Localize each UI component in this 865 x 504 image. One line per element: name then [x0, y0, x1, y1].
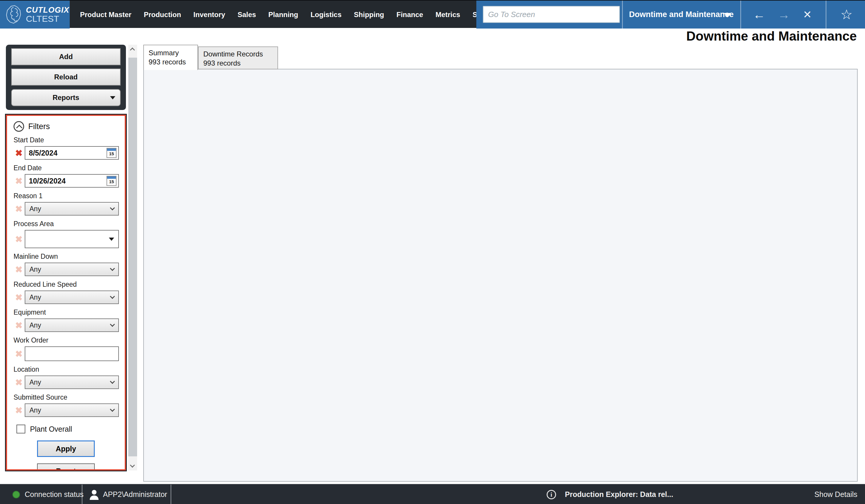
nav-item-inventory[interactable]: Inventory	[187, 11, 231, 19]
chevron-down-icon	[109, 238, 114, 241]
selected-value: Any	[30, 205, 41, 213]
nav-item-logistics[interactable]: Logistics	[304, 11, 347, 19]
clear-start-date-icon[interactable]: ✖	[13, 148, 25, 158]
nav-item-finance[interactable]: Finance	[390, 11, 429, 19]
chevron-down-icon	[110, 407, 115, 412]
filter-label-process-area: Process Area	[13, 220, 119, 228]
chevron-down-icon[interactable]	[724, 13, 731, 17]
top-navigation-bar: CUTLOGIX CLTEST Product MasterProduction…	[0, 0, 865, 28]
selected-value: Any	[30, 293, 41, 301]
nav-item-metrics[interactable]: Metrics	[429, 11, 466, 19]
sidebar-actions-panel: Add Reload Reports	[6, 45, 126, 110]
reduced-line-speed-select[interactable]: Any	[25, 291, 119, 304]
reset-button[interactable]: Reset	[37, 464, 95, 470]
filter-label-mainline-down: Mainline Down	[13, 253, 119, 260]
chevron-down-icon	[110, 294, 115, 299]
current-user[interactable]: APP2\Administrator	[103, 484, 167, 504]
brand-name: CUTLOGIX	[26, 6, 69, 14]
filter-label-reduced-line-speed: Reduced Line Speed	[13, 281, 119, 289]
back-button[interactable]: ←	[750, 1, 769, 28]
chevron-down-icon	[110, 266, 115, 271]
statusbar-divider	[171, 484, 171, 504]
clear-reason-1-icon[interactable]: ✖	[13, 204, 25, 214]
connection-status-label: Connection status	[25, 484, 83, 504]
equipment-select[interactable]: Any	[25, 318, 119, 332]
tab-records: 993 records	[149, 57, 197, 67]
reason-1-select[interactable]: Any	[25, 202, 119, 215]
summary-dashboard-panel	[143, 69, 858, 482]
forward-button[interactable]: →	[774, 1, 793, 28]
mainline-down-select[interactable]: Any	[25, 262, 119, 276]
chevron-down-icon	[110, 322, 115, 327]
clear-mainline-down-icon[interactable]: ✖	[13, 264, 25, 274]
toolbar-divider	[826, 1, 827, 28]
tab-title: Summary	[149, 48, 197, 57]
nav-item-shipping[interactable]: Shipping	[348, 11, 390, 19]
clear-submitted-source-icon[interactable]: ✖	[13, 405, 25, 415]
clear-reduced-line-speed-icon[interactable]: ✖	[13, 292, 25, 303]
filters-panel: Filters Start Date✖8/5/202415End Date✖10…	[6, 115, 126, 470]
apply-button[interactable]: Apply	[37, 441, 95, 457]
toolbar-divider	[622, 1, 623, 28]
calendar-icon[interactable]: 15	[106, 176, 116, 186]
go-to-screen-input[interactable]	[483, 6, 620, 23]
add-button[interactable]: Add	[11, 48, 120, 65]
nav-item-product-master[interactable]: Product Master	[74, 11, 138, 19]
filter-label-reason-1: Reason 1	[13, 192, 119, 200]
chevron-down-icon	[110, 96, 115, 99]
tab-downtime-records[interactable]: Downtime Records 993 records	[198, 46, 278, 69]
filters-title: Filters	[28, 122, 50, 131]
selected-value: Any	[30, 266, 41, 273]
reports-dropdown-button[interactable]: Reports	[11, 89, 120, 106]
statusbar-divider	[82, 484, 82, 504]
cutlogix-brain-icon	[5, 4, 23, 25]
info-icon: i	[547, 490, 556, 499]
status-message[interactable]: Production Explorer: Data rel...	[565, 484, 673, 504]
location-select[interactable]: Any	[25, 375, 119, 389]
chevron-down-icon	[110, 379, 115, 384]
close-screen-button[interactable]: ✕	[798, 1, 817, 28]
filter-label-work-order: Work Order	[13, 336, 119, 344]
page-title: Downtime and Maintenance	[687, 29, 857, 44]
nav-item-sales[interactable]: Sales	[231, 11, 262, 19]
start-date-input[interactable]: 8/5/202415	[25, 146, 119, 160]
filter-label-end-date: End Date	[13, 164, 119, 172]
status-bar: Connection status APP2\Administrator i P…	[0, 484, 865, 504]
filter-label-start-date: Start Date	[13, 136, 119, 144]
date-value: 10/26/2024	[29, 177, 66, 185]
submitted-source-select[interactable]: Any	[25, 403, 119, 417]
clear-end-date-icon[interactable]: ✖	[13, 176, 25, 186]
work-order-input[interactable]	[25, 347, 119, 361]
selected-value: Any	[30, 406, 41, 414]
connection-status-icon	[12, 491, 20, 499]
end-date-input[interactable]: 10/26/202415	[25, 174, 119, 188]
show-details-button[interactable]: Show Details	[815, 484, 857, 504]
sidebar-scrollbar[interactable]	[128, 45, 137, 470]
favorite-star-icon[interactable]: ☆	[836, 1, 857, 28]
process-area-combobox[interactable]	[25, 230, 119, 248]
collapse-filters-icon[interactable]	[13, 121, 24, 132]
app-logo: CUTLOGIX CLTEST	[0, 1, 70, 28]
chevron-down-icon	[110, 206, 115, 211]
environment-name: CLTEST	[26, 14, 69, 24]
selected-value: Any	[30, 378, 41, 386]
nav-item-production[interactable]: Production	[138, 11, 187, 19]
filter-label-location: Location	[13, 365, 119, 373]
clear-equipment-icon[interactable]: ✖	[13, 320, 25, 330]
calendar-icon[interactable]: 15	[106, 148, 116, 158]
filter-fields: Start Date✖8/5/202415End Date✖10/26/2024…	[13, 136, 119, 417]
clear-process-area-icon[interactable]: ✖	[13, 234, 25, 244]
scroll-up-icon[interactable]	[130, 48, 135, 52]
scrollbar-thumb[interactable]	[128, 58, 137, 456]
nav-item-planning[interactable]: Planning	[262, 11, 304, 19]
reports-label: Reports	[53, 94, 79, 102]
date-value: 8/5/2024	[29, 149, 57, 157]
screen-selector-dropdown[interactable]: Downtime and Maintenance	[629, 1, 734, 28]
tab-summary[interactable]: Summary 993 records	[143, 45, 198, 70]
reload-button[interactable]: Reload	[11, 69, 120, 85]
clear-work-order-icon[interactable]: ✖	[13, 349, 25, 359]
main-menu: Product MasterProductionInventorySalesPl…	[70, 1, 476, 28]
scroll-down-icon[interactable]	[130, 463, 135, 468]
plant-overall-checkbox[interactable]	[16, 425, 25, 433]
clear-location-icon[interactable]: ✖	[13, 377, 25, 388]
